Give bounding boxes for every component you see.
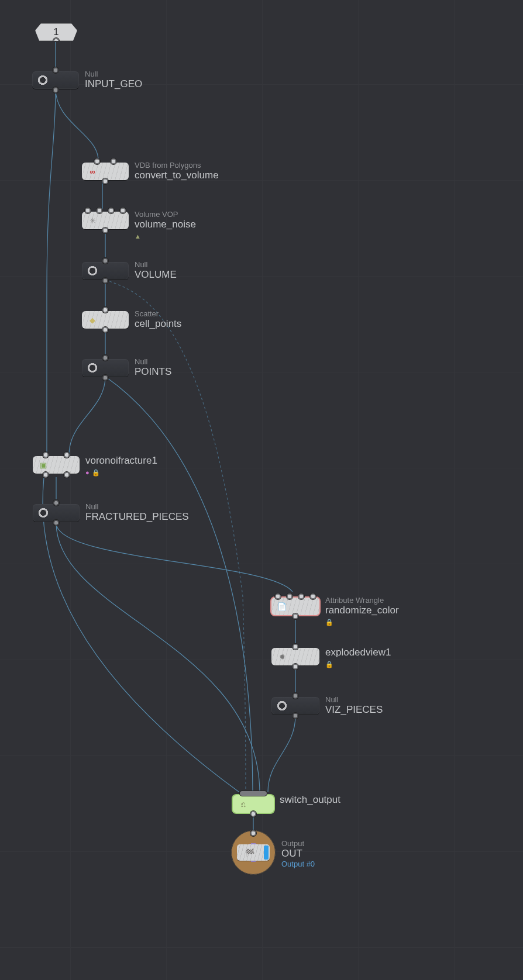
connector-in[interactable] [85,208,91,213]
connector-in[interactable] [64,452,70,458]
connector-out[interactable] [102,327,108,333]
node-volume[interactable]: Null VOLUME [82,262,129,279]
node-type-label: Scatter [135,310,181,318]
node-type-label: Volume VOP [135,211,196,219]
node-name-label: explodedview1 [325,647,391,658]
subnet-input-name: testgeometry_rubbertoy1 [83,35,187,47]
lock-icon: 🔒 [325,661,333,668]
pin-flag-icon: ▲ [135,233,141,240]
node-output-label: Output #0 [281,860,315,869]
connector-in[interactable] [250,830,256,836]
null-icon [87,265,98,277]
connector-in[interactable] [97,208,102,213]
node-fractured-pieces[interactable]: Null FRACTURED_PIECES [33,504,80,522]
connector-out[interactable] [102,375,108,381]
connector-in[interactable] [43,452,49,458]
node-convert-to-volume[interactable]: ∞ VDB from Polygons convert_to_volume [82,163,129,180]
connector-out[interactable] [293,713,298,719]
connector-in[interactable] [293,693,298,699]
lock-icon: 🔒 [325,619,333,626]
connector-in[interactable] [111,158,116,164]
connector-in[interactable] [94,158,100,164]
null-icon [87,362,98,374]
badge-icon: ● [85,469,90,476]
connector-in[interactable] [53,67,59,73]
node-type-label: VDB from Polygons [135,161,219,170]
node-randomize-color[interactable]: 📄 Attribute Wrangle randomize_color 🔒 [271,598,319,615]
connector-out[interactable] [53,87,59,93]
null-icon [37,507,49,519]
node-name-label: randomize_color [325,605,399,616]
node-name-label: cell_points [135,318,181,330]
node-points[interactable]: Null POINTS [82,359,129,377]
connector-out[interactable] [102,178,108,184]
connector-out[interactable] [102,227,108,233]
connector-out[interactable] [53,520,59,526]
node-name-label: INPUT_GEO [85,78,142,90]
node-type-label: Output [281,840,315,848]
connector-out[interactable] [293,613,298,619]
node-name-label: convert_to_volume [135,170,219,181]
node-input-geo[interactable]: Null INPUT_GEO [32,71,79,89]
subnet-input-type: Geometry to Fracture [83,23,187,35]
node-switch-output[interactable]: ⎌ switch_output [233,795,274,813]
connector-in[interactable] [102,258,108,264]
node-out[interactable]: 🏁 Output OUT Output #0 [231,830,276,875]
connector-in[interactable] [108,208,114,213]
scatter-icon: ◆ [87,314,98,326]
connector-in[interactable] [287,593,293,599]
node-name-label: FRACTURED_PIECES [85,511,189,523]
node-name-label: switch_output [280,794,340,806]
voronoi-icon: ▣ [37,459,49,471]
connector-in[interactable] [293,644,298,650]
connector-out[interactable] [250,811,256,817]
null-icon [37,74,49,86]
node-viz-pieces[interactable]: Null VIZ_PIECES [271,697,319,715]
node-type-label: Null [135,358,171,366]
node-name-label: voronoifracture1 [85,455,157,467]
display-flag[interactable] [264,846,269,860]
node-type-label: Null [325,696,383,704]
null-icon [276,700,288,712]
node-name-label: VOLUME [135,269,177,281]
node-type-label: Null [135,261,177,269]
connector-out[interactable] [293,664,298,670]
lock-icon: 🔒 [92,469,100,476]
connector-in[interactable] [310,593,316,599]
connector-out[interactable] [53,38,59,44]
node-explodedview1[interactable]: ✹ explodedview1 🔒 [271,648,319,665]
node-volume-noise[interactable]: ✳ Volume VOP volume_noise ▲ [82,212,129,229]
connector-in[interactable] [102,307,108,313]
node-type-label: Null [85,70,142,78]
vdb-icon: ∞ [87,165,98,177]
connector-in[interactable] [53,500,59,506]
explodedview-icon: ✹ [276,651,288,662]
connector-out[interactable] [102,278,108,284]
node-name-label: OUT [281,848,315,860]
subnet-input-index: 1 [54,27,59,37]
node-name-label: volume_noise [135,219,196,230]
connector-out[interactable] [43,472,49,478]
connector-in[interactable] [120,208,126,213]
node-cell-points[interactable]: ◆ Scatter cell_points [82,311,129,329]
node-type-label: Attribute Wrangle [325,596,399,605]
connector-in[interactable] [102,355,108,361]
volumevop-icon: ✳ [87,215,98,226]
connector-in[interactable] [298,593,304,599]
wrangle-icon: 📄 [276,601,288,612]
connector-in[interactable] [275,593,281,599]
switch-icon: ⎌ [238,798,249,810]
subnet-input[interactable]: 1 Geometry to Fracture testgeometry_rubb… [35,23,77,41]
output-icon: 🏁 [244,847,256,858]
node-voronoifracture1[interactable]: ▣ voronoifracture1 ● 🔒 [33,456,80,474]
connector-out[interactable] [64,472,70,478]
connector-multi-in[interactable] [240,791,267,796]
node-name-label: VIZ_PIECES [325,704,383,716]
node-name-label: POINTS [135,366,171,378]
node-type-label: Null [85,503,189,511]
